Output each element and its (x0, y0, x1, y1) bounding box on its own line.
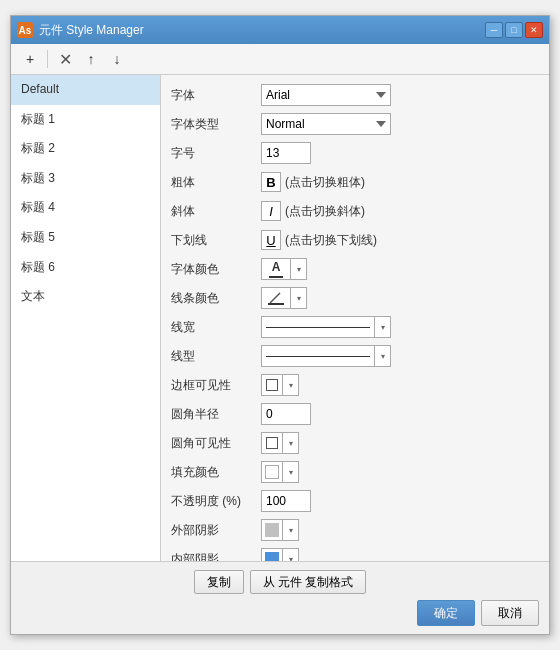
copy-buttons-row: 复制 从 元件 复制格式 (21, 570, 539, 594)
border-visible-button[interactable] (261, 374, 283, 396)
line-width-display (261, 316, 375, 338)
toolbar: + ✕ ↑ ↓ (11, 44, 549, 75)
line-color-control: ▾ (261, 287, 539, 309)
move-up-button[interactable]: ↑ (80, 48, 102, 70)
font-size-row: 字号 (171, 141, 539, 165)
list-item[interactable]: 标题 3 (11, 164, 160, 194)
minimize-button[interactable]: ─ (485, 22, 503, 38)
svg-line-0 (270, 293, 280, 303)
line-color-row: 线条颜色 ▾ (171, 286, 539, 310)
bold-control: B (点击切换粗体) (261, 172, 539, 192)
line-type-dropdown[interactable]: ▾ (375, 345, 391, 367)
font-color-button[interactable]: A (261, 258, 291, 280)
corner-visible-button[interactable] (261, 432, 283, 454)
line-type-control: ▾ (261, 345, 539, 367)
corner-radius-input[interactable] (261, 403, 311, 425)
bold-label: 粗体 (171, 174, 261, 191)
font-type-control: Normal (261, 113, 539, 135)
line-width-control: ▾ (261, 316, 539, 338)
bold-hint: (点击切换粗体) (285, 174, 365, 191)
style-list: Default 标题 1 标题 2 标题 3 标题 4 标题 5 标题 6 文本 (11, 75, 161, 561)
line-type-display (261, 345, 375, 367)
close-button[interactable]: ✕ (525, 22, 543, 38)
line-width-row: 线宽 ▾ (171, 315, 539, 339)
fill-color-swatch (265, 465, 279, 479)
inner-shadow-label: 内部阴影 (171, 551, 261, 562)
inner-shadow-icon (265, 552, 279, 561)
fill-color-row: 填充颜色 ▾ (171, 460, 539, 484)
outer-shadow-button[interactable] (261, 519, 283, 541)
list-item[interactable]: 标题 4 (11, 193, 160, 223)
corner-checkbox (266, 437, 278, 449)
fill-color-control: ▾ (261, 461, 539, 483)
outer-shadow-row: 外部阴影 ▾ (171, 518, 539, 542)
border-visible-control: ▾ (261, 374, 539, 396)
font-color-icon: A (272, 260, 281, 274)
font-label: 字体 (171, 87, 261, 104)
list-item[interactable]: 标题 6 (11, 253, 160, 283)
outer-shadow-control: ▾ (261, 519, 539, 541)
bold-button[interactable]: B (261, 172, 281, 192)
window-title: 元件 Style Manager (39, 22, 485, 39)
pencil-icon (268, 291, 284, 305)
main-content: Default 标题 1 标题 2 标题 3 标题 4 标题 5 标题 6 文本… (11, 75, 549, 561)
inner-shadow-row: 内部阴影 ▾ (171, 547, 539, 561)
copy-button[interactable]: 复制 (194, 570, 244, 594)
list-item[interactable]: 标题 2 (11, 134, 160, 164)
list-item[interactable]: 标题 1 (11, 105, 160, 135)
action-buttons-row: 确定 取消 (21, 600, 539, 626)
maximize-button[interactable]: □ (505, 22, 523, 38)
outer-shadow-dropdown[interactable]: ▾ (283, 519, 299, 541)
italic-button[interactable]: I (261, 201, 281, 221)
border-visible-dropdown[interactable]: ▾ (283, 374, 299, 396)
font-size-label: 字号 (171, 145, 261, 162)
app-icon: As (17, 22, 33, 38)
properties-panel: 字体 Arial 字体类型 Normal 字号 (161, 75, 549, 561)
opacity-control (261, 490, 539, 512)
list-item[interactable]: 文本 (11, 282, 160, 312)
fill-color-dropdown[interactable]: ▾ (283, 461, 299, 483)
underline-row: 下划线 U (点击切换下划线) (171, 228, 539, 252)
corner-visible-control: ▾ (261, 432, 539, 454)
font-type-select[interactable]: Normal (261, 113, 391, 135)
underline-hint: (点击切换下划线) (285, 232, 377, 249)
font-select[interactable]: Arial (261, 84, 391, 106)
list-item[interactable]: 标题 5 (11, 223, 160, 253)
cancel-button[interactable]: 取消 (481, 600, 539, 626)
font-color-label: 字体颜色 (171, 261, 261, 278)
font-color-control: A ▾ (261, 258, 539, 280)
delete-style-button[interactable]: ✕ (54, 48, 76, 70)
line-width-label: 线宽 (171, 319, 261, 336)
inner-shadow-control: ▾ (261, 548, 539, 561)
font-control: Arial (261, 84, 539, 106)
inner-shadow-button[interactable] (261, 548, 283, 561)
outer-shadow-icon (265, 523, 279, 537)
footer: 复制 从 元件 复制格式 确定 取消 (11, 561, 549, 634)
font-color-dropdown[interactable]: ▾ (291, 258, 307, 280)
italic-label: 斜体 (171, 203, 261, 220)
list-item[interactable]: Default (11, 75, 160, 105)
underline-button[interactable]: U (261, 230, 281, 250)
title-bar: As 元件 Style Manager ─ □ ✕ (11, 16, 549, 44)
font-size-input[interactable] (261, 142, 311, 164)
ok-button[interactable]: 确定 (417, 600, 475, 626)
add-style-button[interactable]: + (19, 48, 41, 70)
move-down-button[interactable]: ↓ (106, 48, 128, 70)
font-size-control (261, 142, 539, 164)
corner-radius-control (261, 403, 539, 425)
underline-label: 下划线 (171, 232, 261, 249)
line-width-dropdown[interactable]: ▾ (375, 316, 391, 338)
corner-visible-label: 圆角可见性 (171, 435, 261, 452)
corner-visible-dropdown[interactable]: ▾ (283, 432, 299, 454)
font-color-swatch (269, 276, 283, 278)
inner-shadow-dropdown[interactable]: ▾ (283, 548, 299, 561)
line-color-dropdown[interactable]: ▾ (291, 287, 307, 309)
copy-from-button[interactable]: 从 元件 复制格式 (250, 570, 367, 594)
main-window: As 元件 Style Manager ─ □ ✕ + ✕ ↑ ↓ Defaul… (10, 15, 550, 635)
line-color-button[interactable] (261, 287, 291, 309)
italic-row: 斜体 I (点击切换斜体) (171, 199, 539, 223)
border-checkbox (266, 379, 278, 391)
opacity-input[interactable] (261, 490, 311, 512)
fill-color-button[interactable] (261, 461, 283, 483)
opacity-row: 不透明度 (%) (171, 489, 539, 513)
